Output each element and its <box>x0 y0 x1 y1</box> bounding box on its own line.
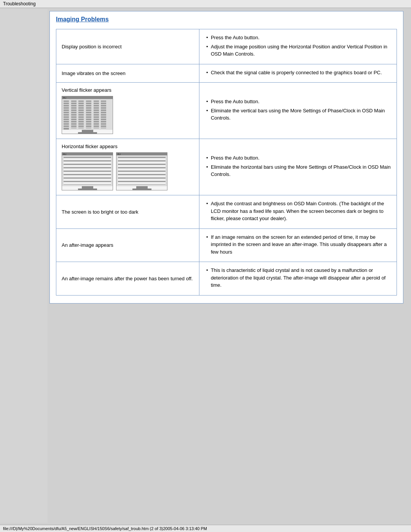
solution-cell: Press the Auto button.Eliminate the hori… <box>199 139 397 195</box>
monitor-image-container: PLI PLI <box>62 152 194 190</box>
solution-list: This is characteristic of liquid crystal… <box>205 267 391 289</box>
problem-text: Image vibrates on the screen <box>62 70 194 76</box>
table-row: An after-image appearsIf an image remain… <box>56 228 397 262</box>
main-content: Imaging Problems Display position is inc… <box>49 11 403 304</box>
problem-cell: An after-image appears <box>56 228 199 262</box>
left-sidebar <box>0 9 48 523</box>
problem-cell: Horizontal flicker appears PLI PLI <box>56 139 199 195</box>
list-item: This is characteristic of liquid crystal… <box>205 267 391 289</box>
problem-cell: Vertical flicker appears PLI <box>56 83 199 139</box>
solution-list: Press the Auto button.Adjust the image p… <box>205 34 391 58</box>
table-row: Horizontal flicker appears PLI PLI Press… <box>56 139 397 195</box>
problem-text: Vertical flicker appears <box>62 87 194 93</box>
solution-cell: If an image remains on the screen for an… <box>199 228 397 262</box>
bottom-bar: file:///D|/My%20Documents/dfu/A5_new/ENG… <box>0 525 411 532</box>
problem-cell: Display position is incorrect <box>56 29 199 64</box>
monitor-image: PLI <box>62 152 113 190</box>
monitor-image: PLI <box>62 96 113 134</box>
list-item: Eliminate the vertical bars using the Mo… <box>205 107 391 122</box>
problem-cell: Image vibrates on the screen <box>56 64 199 83</box>
problem-text: Horizontal flicker appears <box>62 144 194 149</box>
monitor-image-container: PLI <box>62 96 194 134</box>
top-bar-label: Troubleshooting <box>3 1 36 6</box>
solution-cell: This is characteristic of liquid crystal… <box>199 262 397 296</box>
list-item: Press the Auto button. <box>205 98 391 105</box>
table-row: Display position is incorrectPress the A… <box>56 29 397 64</box>
solution-list: Adjust the contrast and brightness on OS… <box>205 200 391 222</box>
solution-list: If an image remains on the screen for an… <box>205 233 391 256</box>
problem-text: An after-image remains after the power h… <box>62 276 194 281</box>
solution-cell: Adjust the contrast and brightness on OS… <box>199 195 397 229</box>
list-item: If an image remains on the screen for an… <box>205 233 391 256</box>
solution-list: Check that the signal cable is properly … <box>205 69 391 77</box>
list-item: Eliminate the horizontal bars using the … <box>205 163 391 178</box>
table-row: An after-image remains after the power h… <box>56 262 397 296</box>
problem-cell: An after-image remains after the power h… <box>56 262 199 296</box>
solution-list: Press the Auto button.Eliminate the hori… <box>205 154 391 178</box>
problem-text: Display position is incorrect <box>62 44 194 50</box>
page-title: Imaging Problems <box>56 16 397 23</box>
list-item: Check that the signal cable is properly … <box>205 69 391 77</box>
top-bar: Troubleshooting <box>0 0 411 8</box>
issues-table: Display position is incorrectPress the A… <box>56 29 397 296</box>
table-row: Image vibrates on the screenCheck that t… <box>56 64 397 83</box>
list-item: Press the Auto button. <box>205 34 391 42</box>
list-item: Adjust the image position using the Hori… <box>205 43 391 58</box>
problem-cell: The screen is too bright or too dark <box>56 195 199 229</box>
solution-cell: Check that the signal cable is properly … <box>199 64 397 83</box>
solution-cell: Press the Auto button.Adjust the image p… <box>199 29 397 64</box>
solution-cell: Press the Auto button.Eliminate the vert… <box>199 83 397 139</box>
list-item: Adjust the contrast and brightness on OS… <box>205 200 391 222</box>
solution-list: Press the Auto button.Eliminate the vert… <box>205 98 391 122</box>
problem-text: The screen is too bright or too dark <box>62 209 194 215</box>
table-row: The screen is too bright or too darkAdju… <box>56 195 397 229</box>
bottom-bar-path: file:///D|/My%20Documents/dfu/A5_new/ENG… <box>3 526 207 531</box>
table-row: Vertical flicker appears PLI Press the A… <box>56 83 397 139</box>
list-item: Press the Auto button. <box>205 154 391 162</box>
monitor-image: PLI <box>116 152 167 190</box>
problem-text: An after-image appears <box>62 242 194 248</box>
